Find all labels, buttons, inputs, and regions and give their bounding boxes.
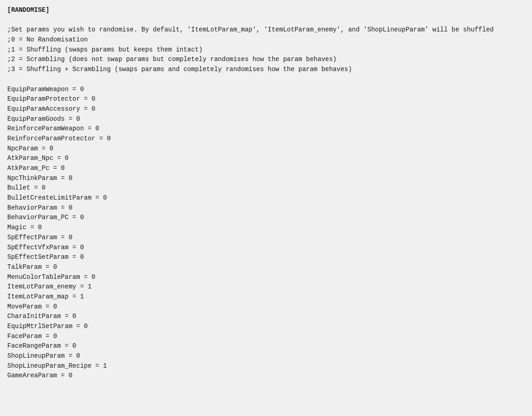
param-line-magic: Magic = 0: [7, 223, 525, 233]
blank-line-2: [7, 75, 525, 85]
param-line-equipparamgoods: EquipParamGoods = 0: [7, 114, 525, 124]
param-line-bulletcreatelimitparam: BulletCreateLimitParam = 0: [7, 193, 525, 203]
comment-line-4: ;3 = Shuffling + Scrambling (swaps param…: [7, 65, 525, 75]
blank-line-1: [7, 15, 525, 26]
param-line-atkparam_pc: AtkParam_Pc = 0: [7, 164, 525, 174]
param-line-reinforceparamweapon: ReinforceParamWeapon = 0: [7, 124, 525, 134]
param-line-faceparam: FaceParam = 0: [7, 332, 525, 342]
param-line-shoplineupparam: ShopLineupParam = 0: [7, 351, 525, 361]
param-line-menucolortableparam: MenuColorTableParam = 0: [7, 272, 525, 282]
param-line-equipmtrlsetparam: EquipMtrlSetParam = 0: [7, 322, 525, 332]
params-block: EquipParamWeapon = 0EquipParamProtector …: [7, 85, 525, 381]
comment-line-3: ;2 = Scrambling (does not swap params bu…: [7, 55, 525, 65]
comment-line-1: ;0 = No Randomisation: [7, 35, 525, 45]
param-line-charainitparam: CharaInitParam = 0: [7, 312, 525, 322]
param-line-shoplineupparam_recipe: ShopLineupParam_Recipe = 1: [7, 361, 525, 371]
param-line-behaviorparam_pc: BehaviorParam_PC = 0: [7, 213, 525, 223]
param-line-facerangeparam: FaceRangeParam = 0: [7, 341, 525, 351]
section-header: [RANDOMISE]: [7, 5, 525, 15]
param-line-reinforceparamprotector: ReinforceParamProtector = 0: [7, 134, 525, 144]
param-line-equipparamweapon: EquipParamWeapon = 0: [7, 85, 525, 95]
param-line-moveparam: MoveParam = 0: [7, 302, 525, 312]
param-line-speffectsetparam: SpEffectSetParam = 0: [7, 252, 525, 262]
comments-block: ;Set params you wish to randomise. By de…: [7, 25, 525, 74]
param-line-equipparamprotector: EquipParamProtector = 0: [7, 94, 525, 104]
param-line-itemlotparam_enemy: ItemLotParam_enemy = 1: [7, 282, 525, 292]
param-line-speffectvfxparam: SpEffectVfxParam = 0: [7, 243, 525, 253]
param-line-speffectparam: SpEffectParam = 0: [7, 233, 525, 243]
param-line-talkparam: TalkParam = 0: [7, 262, 525, 272]
param-line-atkparam_npc: AtkParam_Npc = 0: [7, 154, 525, 164]
param-line-bullet: Bullet = 0: [7, 183, 525, 193]
config-file-view: [RANDOMISE] ;Set params you wish to rand…: [7, 5, 525, 381]
param-line-itemlotparam_map: ItemLotParam_map = 1: [7, 292, 525, 302]
comment-line-0: ;Set params you wish to randomise. By de…: [7, 25, 525, 35]
param-line-equipparamaccessory: EquipParamAccessory = 0: [7, 104, 525, 114]
param-line-npcthinkparam: NpcThinkParam = 0: [7, 174, 525, 184]
param-line-npcparam: NpcParam = 0: [7, 144, 525, 154]
param-line-behaviorparam: BehaviorParam = 0: [7, 203, 525, 213]
comment-line-2: ;1 = Shuffling (swaps params but keeps t…: [7, 45, 525, 55]
param-line-gameareaparam: GameAreaParam = 0: [7, 371, 525, 381]
